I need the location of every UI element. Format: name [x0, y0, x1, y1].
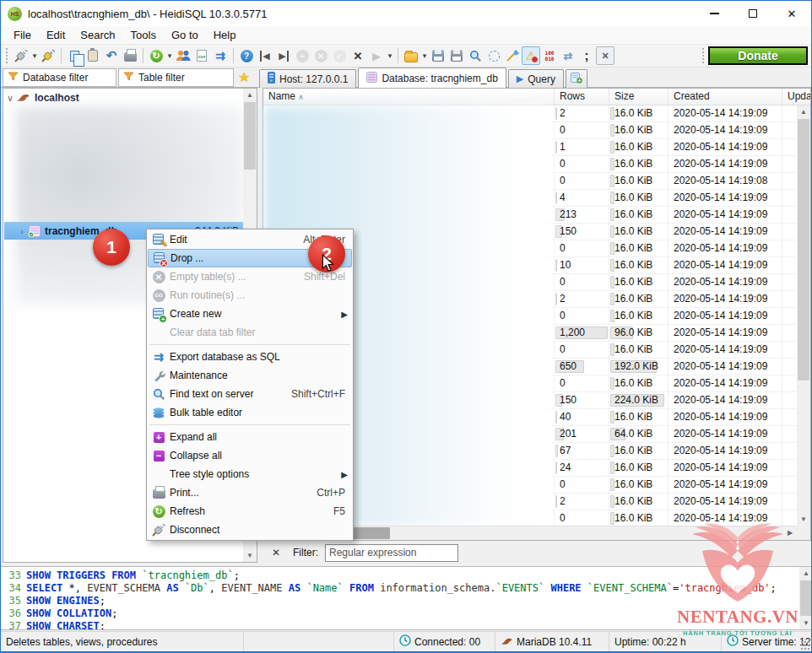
paste-icon[interactable] — [84, 46, 102, 65]
disconnect-plug-icon[interactable] — [12, 46, 30, 65]
layers-icon — [148, 407, 170, 418]
chevron-right-icon[interactable]: › — [16, 226, 28, 236]
context-menu-item-clear-data-tab-filter[interactable]: Clear data tab filter — [148, 323, 352, 342]
menu-help[interactable]: Help — [206, 26, 244, 44]
sort-asc-icon: ∧ — [298, 93, 304, 101]
menu-shortcut: F5 — [333, 505, 345, 517]
reformat-arrows-icon[interactable]: ⇄ — [559, 46, 577, 65]
record-post-icon[interactable]: ✓ — [330, 46, 349, 65]
tab-database[interactable]: Database: tracnghiem_db — [358, 67, 506, 88]
tab-host[interactable]: Host: 127.0.0.1 — [259, 69, 356, 88]
run-query-icon[interactable]: ▶ — [367, 46, 386, 65]
cell-updated — [782, 409, 796, 425]
column-header-update[interactable]: Update — [782, 89, 810, 105]
plug-icon — [148, 522, 170, 537]
context-menu-item-export-database-as-sql[interactable]: ⇉ Export database as SQL — [148, 348, 352, 366]
save-snippet-icon[interactable] — [447, 46, 466, 65]
menu-file[interactable]: File — [6, 26, 39, 44]
chevron-down-icon[interactable]: ∨ — [4, 93, 16, 104]
save-sql-icon[interactable] — [429, 46, 447, 65]
menu-edit[interactable]: Edit — [39, 26, 73, 44]
filter-regex-input[interactable] — [325, 544, 458, 562]
context-menu-item-find-text-on-server[interactable]: Find text on server Shift+Ctrl+F — [148, 385, 352, 403]
dropdown-caret-icon[interactable]: ▾ — [420, 51, 429, 60]
minimize-button[interactable] — [695, 1, 734, 26]
sql-scrollbar[interactable]: ▲ ▼ — [799, 567, 812, 629]
export-csv-icon[interactable]: csv — [192, 46, 211, 65]
refresh-icon[interactable]: ↻ — [147, 46, 165, 65]
session-manager-users-icon[interactable] — [174, 46, 192, 65]
data-flow-arrows-icon[interactable]: ⇉ — [211, 46, 230, 65]
record-cancel-icon[interactable]: ✕ — [349, 46, 367, 65]
scroll-right-icon[interactable]: ▶ — [784, 526, 796, 540]
nav-last-icon[interactable]: ▶ — [274, 46, 293, 65]
record-add-icon[interactable]: + — [293, 46, 311, 65]
find-text-icon[interactable] — [466, 46, 484, 65]
new-connection-plug-icon[interactable] — [39, 46, 57, 65]
window-title: localhost\tracnghiem_db\ - HeidiSQL 10.3… — [28, 8, 268, 20]
delimiter-semicolon-icon[interactable]: ; — [577, 46, 596, 65]
column-header-created[interactable]: Created — [669, 89, 782, 105]
cell-created: 2020-05-14 14:19:09 — [669, 190, 782, 206]
grid-vertical-scrollbar[interactable]: ▲ ▼ — [797, 105, 810, 526]
table-filter-input[interactable]: Table filter — [118, 68, 234, 87]
nav-first-icon[interactable]: ◀ — [256, 46, 274, 65]
binary-view-icon[interactable]: 100010 — [540, 46, 559, 65]
scroll-up-icon[interactable]: ▲ — [243, 89, 257, 101]
context-menu-item-expand-all[interactable]: + Expand all — [148, 428, 352, 446]
close-tab-x-icon[interactable]: ✕ — [596, 46, 614, 65]
help-icon[interactable]: ? — [237, 46, 256, 65]
donate-button[interactable]: Donate — [708, 46, 808, 65]
dropdown-caret-icon[interactable]: ▾ — [386, 51, 394, 60]
new-query-tab-button[interactable] — [566, 69, 587, 88]
context-menu-item-disconnect[interactable]: Disconnect — [148, 521, 352, 539]
scroll-up-icon[interactable]: ▲ — [797, 105, 810, 118]
grid-filter-bar: ✕ Filter: — [263, 542, 811, 563]
context-menu-item-create-new[interactable]: + Create new ▶ — [148, 305, 352, 323]
cell-rows: 4 — [555, 190, 609, 206]
context-menu-item-tree-style-options[interactable]: Tree style options ▶ — [148, 465, 352, 483]
cell-size: 192.0 KiB — [609, 359, 669, 375]
copy-icon[interactable] — [65, 46, 84, 65]
context-menu-item-run-routine-s[interactable]: GO Run routine(s) ... — [148, 286, 352, 305]
cell-rows: 150 — [555, 392, 609, 408]
cell-rows: 0 — [555, 510, 609, 526]
menu-go-to[interactable]: Go to — [164, 26, 206, 44]
context-menu-item-bulk-table-editor[interactable]: Bulk table editor — [148, 403, 352, 422]
maximize-button[interactable] — [734, 1, 772, 26]
scroll-up-icon[interactable]: ▲ — [799, 567, 812, 580]
status-hint: Deletes tables, views, procedures — [1, 632, 244, 651]
scroll-down-icon[interactable]: ▼ — [797, 513, 810, 526]
undo-icon[interactable]: ↶ — [102, 46, 121, 65]
menu-tools[interactable]: Tools — [123, 26, 164, 44]
cleanup-broom-icon[interactable] — [503, 46, 522, 65]
dropdown-caret-icon[interactable]: ▾ — [30, 51, 39, 60]
cell-rows: 40 — [555, 409, 609, 425]
cell-size: 16.0 KiB — [609, 173, 669, 189]
favorites-star-icon[interactable]: ★ — [238, 69, 250, 85]
column-header-rows[interactable]: Rows — [555, 89, 609, 105]
record-delete-icon[interactable]: ✕ — [311, 46, 330, 65]
menu-search[interactable]: Search — [73, 26, 122, 44]
close-filter-icon[interactable]: ✕ — [269, 547, 283, 559]
open-sql-folder-icon[interactable] — [402, 46, 420, 65]
scroll-down-icon[interactable]: ▼ — [243, 549, 257, 562]
context-menu-item-print[interactable]: Print... Ctrl+P — [148, 483, 352, 502]
dropdown-caret-icon[interactable]: ▾ — [165, 51, 174, 60]
resize-grip[interactable] — [800, 640, 810, 650]
scroll-down-icon[interactable]: ▼ — [799, 617, 812, 629]
context-menu-item-maintenance[interactable]: Maintenance — [148, 366, 352, 385]
context-menu-item-collapse-all[interactable]: − Collapse all — [148, 446, 352, 465]
find-again-icon[interactable] — [484, 46, 503, 65]
print-icon[interactable] — [121, 46, 139, 65]
cell-updated — [782, 274, 796, 290]
sql-log-panel[interactable]: 33SHOW TRIGGERS FROM `tracnghiem_db`;34S… — [1, 566, 812, 630]
stop-on-errors-icon[interactable]: ⚠ — [522, 46, 540, 65]
database-filter-input[interactable]: Database filter — [3, 68, 116, 87]
tab-query[interactable]: ▶ Query — [508, 69, 564, 88]
context-menu-item-refresh[interactable]: ↻ Refresh F5 — [148, 502, 352, 521]
column-header-size[interactable]: Size — [609, 89, 669, 105]
close-button[interactable]: ✕ — [772, 1, 811, 26]
tree-node-localhost[interactable]: ∨ localhost — [4, 89, 79, 106]
column-header-name[interactable]: Name ∧ — [263, 89, 555, 105]
